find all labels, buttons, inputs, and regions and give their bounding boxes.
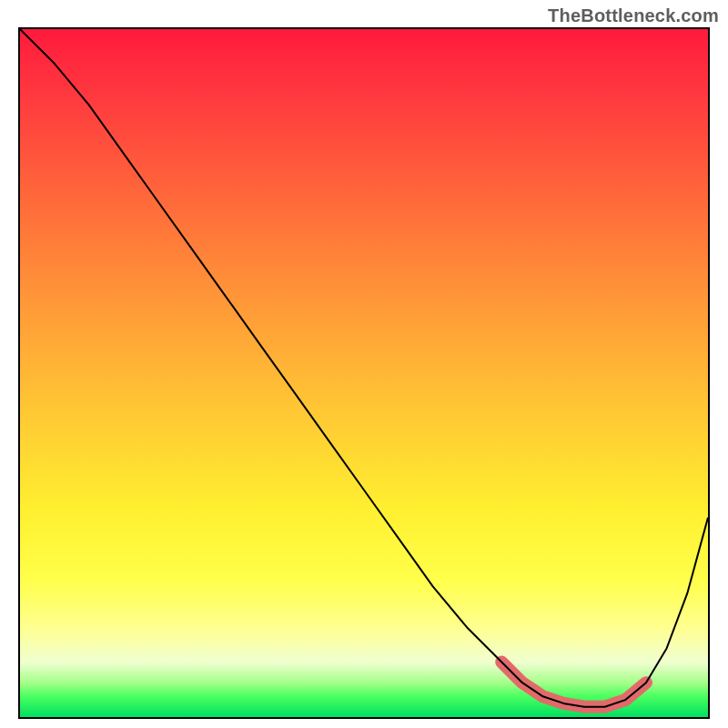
curve-layer: [20, 29, 708, 717]
attribution-text: TheBottleneck.com: [548, 5, 719, 26]
plot-area: [18, 27, 710, 719]
chart-container: TheBottleneck.com: [0, 0, 728, 728]
bottleneck-curve: [20, 29, 708, 707]
